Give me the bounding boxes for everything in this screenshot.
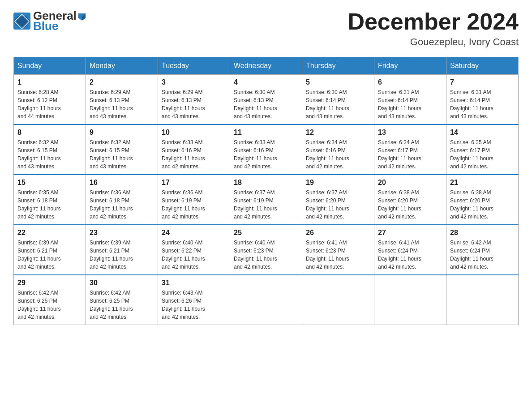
table-row: 29Sunrise: 6:42 AMSunset: 6:25 PMDayligh… (14, 275, 86, 325)
col-monday: Monday (86, 57, 158, 75)
col-thursday: Thursday (302, 57, 374, 75)
day-number: 13 (378, 128, 442, 137)
table-row: 6Sunrise: 6:31 AMSunset: 6:14 PMDaylight… (374, 75, 446, 125)
day-number: 30 (90, 279, 154, 287)
table-row: 13Sunrise: 6:34 AMSunset: 6:17 PMDayligh… (374, 124, 446, 175)
table-row: 24Sunrise: 6:40 AMSunset: 6:22 PMDayligh… (158, 225, 230, 275)
day-info: Sunrise: 6:37 AMSunset: 6:20 PMDaylight:… (306, 188, 370, 221)
day-number: 28 (450, 229, 515, 237)
day-number: 22 (17, 229, 82, 237)
day-info: Sunrise: 6:36 AMSunset: 6:19 PMDaylight:… (162, 188, 226, 221)
table-row: 11Sunrise: 6:33 AMSunset: 6:16 PMDayligh… (230, 124, 302, 175)
table-row (302, 275, 374, 325)
table-row: 26Sunrise: 6:41 AMSunset: 6:23 PMDayligh… (302, 225, 374, 275)
day-info: Sunrise: 6:41 AMSunset: 6:24 PMDaylight:… (378, 239, 442, 271)
table-row: 22Sunrise: 6:39 AMSunset: 6:21 PMDayligh… (14, 225, 86, 275)
day-info: Sunrise: 6:39 AMSunset: 6:21 PMDaylight:… (17, 239, 82, 271)
day-number: 4 (234, 78, 298, 86)
table-row (374, 275, 446, 325)
table-row (230, 275, 302, 325)
day-info: Sunrise: 6:36 AMSunset: 6:18 PMDaylight:… (90, 188, 154, 221)
location: Gouezepleu, Ivory Coast (348, 36, 519, 48)
table-row: 4Sunrise: 6:30 AMSunset: 6:13 PMDaylight… (230, 75, 302, 125)
day-info: Sunrise: 6:42 AMSunset: 6:25 PMDaylight:… (90, 289, 154, 321)
day-info: Sunrise: 6:32 AMSunset: 6:15 PMDaylight:… (17, 138, 82, 171)
day-info: Sunrise: 6:42 AMSunset: 6:24 PMDaylight:… (450, 239, 515, 271)
day-info: Sunrise: 6:39 AMSunset: 6:21 PMDaylight:… (90, 239, 154, 271)
day-info: Sunrise: 6:42 AMSunset: 6:25 PMDaylight:… (17, 289, 82, 321)
day-number: 16 (90, 179, 154, 187)
table-row: 21Sunrise: 6:38 AMSunset: 6:20 PMDayligh… (446, 175, 519, 225)
day-number: 18 (234, 179, 298, 187)
day-number: 27 (378, 229, 442, 237)
day-info: Sunrise: 6:37 AMSunset: 6:19 PMDaylight:… (234, 188, 298, 221)
table-row: 15Sunrise: 6:35 AMSunset: 6:18 PMDayligh… (14, 175, 86, 225)
calendar-week-row: 8Sunrise: 6:32 AMSunset: 6:15 PMDaylight… (14, 124, 519, 175)
day-number: 17 (162, 179, 226, 187)
table-row: 8Sunrise: 6:32 AMSunset: 6:15 PMDaylight… (14, 124, 86, 175)
day-info: Sunrise: 6:32 AMSunset: 6:15 PMDaylight:… (90, 138, 154, 171)
day-number: 9 (90, 128, 154, 137)
col-sunday: Sunday (14, 57, 86, 75)
table-row: 19Sunrise: 6:37 AMSunset: 6:20 PMDayligh… (302, 175, 374, 225)
calendar-week-row: 1Sunrise: 6:28 AMSunset: 6:12 PMDaylight… (14, 75, 519, 125)
day-info: Sunrise: 6:31 AMSunset: 6:14 PMDaylight:… (450, 88, 515, 120)
table-row: 31Sunrise: 6:43 AMSunset: 6:26 PMDayligh… (158, 275, 230, 325)
day-number: 2 (90, 78, 154, 86)
day-info: Sunrise: 6:41 AMSunset: 6:23 PMDaylight:… (306, 239, 370, 271)
day-number: 26 (306, 229, 370, 237)
day-info: Sunrise: 6:40 AMSunset: 6:22 PMDaylight:… (162, 239, 226, 271)
day-number: 1 (17, 78, 82, 86)
calendar-header-row: Sunday Monday Tuesday Wednesday Thursday… (14, 57, 519, 75)
day-number: 11 (234, 128, 298, 137)
table-row (446, 275, 519, 325)
col-friday: Friday (374, 57, 446, 75)
table-row: 28Sunrise: 6:42 AMSunset: 6:24 PMDayligh… (446, 225, 519, 275)
table-row: 23Sunrise: 6:39 AMSunset: 6:21 PMDayligh… (86, 225, 158, 275)
day-number: 21 (450, 179, 515, 187)
month-title: December 2024 (348, 9, 519, 34)
calendar-week-row: 15Sunrise: 6:35 AMSunset: 6:18 PMDayligh… (14, 175, 519, 225)
calendar-week-row: 22Sunrise: 6:39 AMSunset: 6:21 PMDayligh… (14, 225, 519, 275)
table-row: 9Sunrise: 6:32 AMSunset: 6:15 PMDaylight… (86, 124, 158, 175)
col-tuesday: Tuesday (158, 57, 230, 75)
day-number: 24 (162, 229, 226, 237)
logo-icon (13, 13, 30, 30)
day-number: 3 (162, 78, 226, 86)
day-info: Sunrise: 6:31 AMSunset: 6:14 PMDaylight:… (378, 88, 442, 120)
day-info: Sunrise: 6:34 AMSunset: 6:16 PMDaylight:… (306, 138, 370, 171)
day-number: 7 (450, 78, 515, 86)
day-info: Sunrise: 6:33 AMSunset: 6:16 PMDaylight:… (234, 138, 298, 171)
day-number: 29 (17, 279, 82, 287)
title-section: December 2024 Gouezepleu, Ivory Coast (348, 9, 519, 48)
day-info: Sunrise: 6:28 AMSunset: 6:12 PMDaylight:… (17, 88, 82, 120)
table-row: 27Sunrise: 6:41 AMSunset: 6:24 PMDayligh… (374, 225, 446, 275)
day-info: Sunrise: 6:40 AMSunset: 6:23 PMDaylight:… (234, 239, 298, 271)
day-number: 23 (90, 229, 154, 237)
table-row: 16Sunrise: 6:36 AMSunset: 6:18 PMDayligh… (86, 175, 158, 225)
table-row: 5Sunrise: 6:30 AMSunset: 6:14 PMDaylight… (302, 75, 374, 125)
table-row: 10Sunrise: 6:33 AMSunset: 6:16 PMDayligh… (158, 124, 230, 175)
day-info: Sunrise: 6:35 AMSunset: 6:17 PMDaylight:… (450, 138, 515, 171)
day-info: Sunrise: 6:29 AMSunset: 6:13 PMDaylight:… (162, 88, 226, 120)
col-wednesday: Wednesday (230, 57, 302, 75)
day-number: 31 (162, 279, 226, 287)
day-number: 25 (234, 229, 298, 237)
day-number: 8 (17, 128, 82, 137)
day-info: Sunrise: 6:38 AMSunset: 6:20 PMDaylight:… (378, 188, 442, 221)
day-info: Sunrise: 6:38 AMSunset: 6:20 PMDaylight:… (450, 188, 515, 221)
table-row: 3Sunrise: 6:29 AMSunset: 6:13 PMDaylight… (158, 75, 230, 125)
day-info: Sunrise: 6:33 AMSunset: 6:16 PMDaylight:… (162, 138, 226, 171)
calendar-table: Sunday Monday Tuesday Wednesday Thursday… (13, 57, 519, 325)
calendar-week-row: 29Sunrise: 6:42 AMSunset: 6:25 PMDayligh… (14, 275, 519, 325)
table-row: 2Sunrise: 6:29 AMSunset: 6:13 PMDaylight… (86, 75, 158, 125)
table-row: 18Sunrise: 6:37 AMSunset: 6:19 PMDayligh… (230, 175, 302, 225)
table-row: 20Sunrise: 6:38 AMSunset: 6:20 PMDayligh… (374, 175, 446, 225)
day-number: 20 (378, 179, 442, 187)
table-row: 30Sunrise: 6:42 AMSunset: 6:25 PMDayligh… (86, 275, 158, 325)
day-info: Sunrise: 6:35 AMSunset: 6:18 PMDaylight:… (17, 188, 82, 221)
table-row: 7Sunrise: 6:31 AMSunset: 6:14 PMDaylight… (446, 75, 519, 125)
day-number: 5 (306, 78, 370, 86)
table-row: 14Sunrise: 6:35 AMSunset: 6:17 PMDayligh… (446, 124, 519, 175)
day-number: 12 (306, 128, 370, 137)
